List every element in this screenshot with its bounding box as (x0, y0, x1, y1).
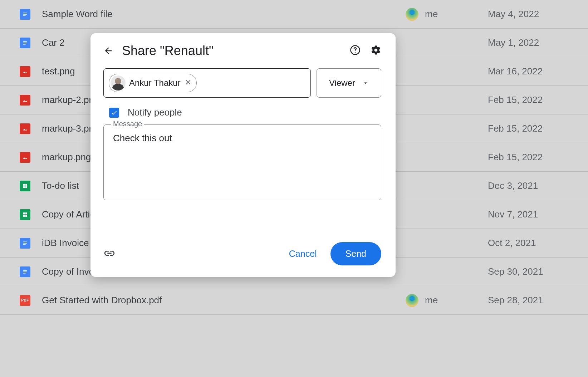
dialog-title: Share "Renault" (122, 43, 341, 58)
notify-label: Notify people (128, 107, 182, 118)
send-button[interactable]: Send (330, 242, 381, 265)
people-input[interactable]: Ankur Thakur (103, 68, 311, 98)
share-dialog: Share "Renault" Ankur Thakur Viewer (90, 33, 396, 277)
message-textarea[interactable] (113, 133, 372, 192)
copy-link-icon[interactable] (103, 247, 116, 261)
role-dropdown[interactable]: Viewer (317, 68, 381, 98)
cancel-button[interactable]: Cancel (280, 244, 326, 264)
recipient-chip: Ankur Thakur (109, 74, 197, 92)
message-legend: Message (111, 120, 144, 128)
role-label: Viewer (329, 78, 355, 88)
chevron-down-icon (362, 80, 369, 86)
gear-icon[interactable] (371, 45, 381, 57)
help-icon[interactable] (350, 45, 361, 57)
remove-chip-icon[interactable] (184, 78, 192, 88)
back-button[interactable] (103, 45, 113, 56)
message-field-wrapper: Message (103, 124, 381, 200)
recipient-name: Ankur Thakur (129, 78, 181, 88)
notify-checkbox[interactable] (109, 108, 119, 118)
avatar (111, 75, 126, 90)
